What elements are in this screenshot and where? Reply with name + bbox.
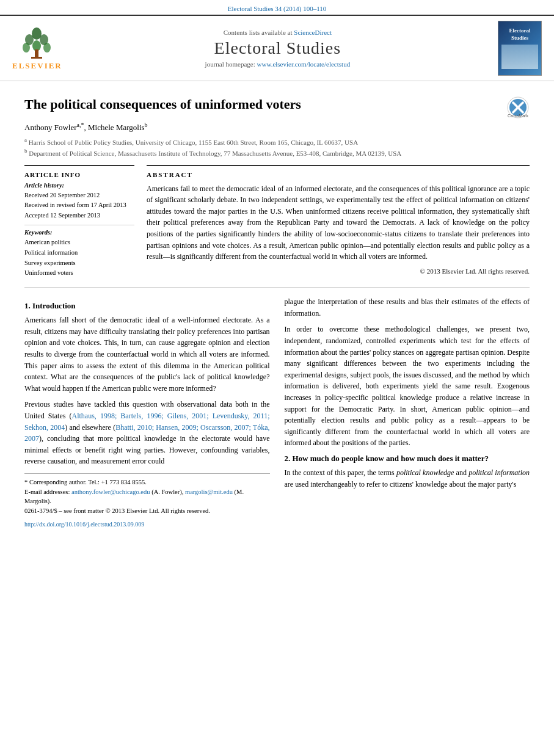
abstract-text: Americans fail to meet the democratic id… — [147, 183, 530, 263]
history-label: Article history: — [24, 182, 134, 189]
footnote-copyright: 0261-3794/$ – see front matter © 2013 El… — [24, 506, 270, 516]
footnote-corresponding: * Corresponding author. Tel.: +1 773 834… — [24, 478, 270, 487]
journal-header-center: Contents lists available at ScienceDirec… — [62, 29, 493, 68]
keyword-3: Survey experiments — [24, 258, 134, 269]
elsevier-tree-icon — [20, 26, 54, 60]
accepted-date: Accepted 12 September 2013 — [24, 211, 134, 221]
doi-link[interactable]: http://dx.doi.org/10.1016/j.electstud.20… — [24, 521, 144, 528]
email-margolis-link[interactable]: margolis@mit.edu — [185, 489, 233, 495]
svg-point-6 — [43, 43, 51, 53]
footnote-doi: http://dx.doi.org/10.1016/j.electstud.20… — [24, 520, 270, 529]
journal-cover-image: ElectoralStudies — [493, 21, 542, 76]
keywords-label: Keywords: — [24, 229, 134, 236]
section1-title: 1. Introduction — [24, 301, 270, 311]
elsevier-logo: ELSEVIER — [12, 26, 62, 71]
body-col-right: plague the interpretation of these resul… — [285, 296, 530, 529]
crossmark-badge: CrossMark — [506, 96, 530, 122]
body-col-left: 1. Introduction Americans fall short of … — [24, 296, 270, 529]
svg-text:CrossMark: CrossMark — [508, 114, 528, 118]
keyword-1: American politics — [24, 238, 134, 248]
svg-rect-8 — [31, 57, 42, 59]
article-info-heading: Article info — [24, 171, 134, 178]
body-intro-para2: Previous studies have tackled this quest… — [24, 399, 270, 467]
paper-title: The political consequences of uninformed… — [24, 96, 301, 114]
section2-title: 2. How much do people know and how much … — [285, 454, 530, 463]
body-col2-para3: In the context of this paper, the terms … — [285, 467, 530, 490]
body-col2-para1: plague the interpretation of these resul… — [285, 296, 530, 319]
info-abstract-section: Article info Article history: Received 2… — [24, 165, 530, 279]
sciencedirect-link[interactable]: ScienceDirect — [294, 29, 332, 36]
body-columns: 1. Introduction Americans fall short of … — [24, 296, 530, 529]
affiliation-b: b Department of Political Science, Massa… — [24, 147, 530, 158]
sciencedirect-link-text: Contents lists available at ScienceDirec… — [62, 29, 493, 36]
journal-header: ELSEVIER Contents lists available at Sci… — [0, 15, 554, 81]
keyword-2: Political information — [24, 248, 134, 258]
email-fowler-link[interactable]: anthony.fowler@uchicago.edu — [71, 489, 150, 495]
info-divider — [24, 225, 134, 225]
journal-cover-box: ElectoralStudies — [498, 21, 542, 76]
footnotes: * Corresponding author. Tel.: +1 773 834… — [24, 473, 270, 529]
received-date: Received 20 September 2012 — [24, 191, 134, 201]
abstract-heading: Abstract — [147, 171, 530, 178]
journal-homepage: journal homepage: www.elsevier.com/locat… — [62, 60, 493, 68]
affiliations: a Harris School of Public Policy Studies… — [24, 136, 530, 158]
svg-point-4 — [23, 43, 30, 53]
journal-title: Electoral Studies — [62, 38, 493, 58]
body-col2-para2: In order to overcome these methodologica… — [285, 324, 530, 449]
body-intro-para1: Americans fall short of the democratic i… — [24, 314, 270, 394]
article-info: Article info Article history: Received 2… — [24, 165, 134, 279]
homepage-url[interactable]: www.elsevier.com/locate/electstud — [257, 60, 351, 68]
section-divider — [24, 287, 530, 288]
paper-title-row: The political consequences of uninformed… — [24, 91, 530, 122]
copyright-notice: © 2013 Elsevier Ltd. All rights reserved… — [147, 267, 530, 275]
keyword-4: Uninformed voters — [24, 268, 134, 278]
authors-line: Anthony Fowlera,*, Michele Margolisb — [24, 122, 530, 133]
abstract-section: Abstract Americans fail to meet the demo… — [147, 165, 530, 279]
footnote-email: E-mail addresses: anthony.fowler@uchicag… — [24, 487, 270, 507]
affiliation-a: a Harris School of Public Policy Studies… — [24, 136, 530, 147]
revised-date: Received in revised form 17 April 2013 — [24, 200, 134, 211]
journal-citation: Electoral Studies 34 (2014) 100–110 — [0, 0, 554, 15]
crossmark-icon: CrossMark — [506, 96, 530, 119]
main-content: The political consequences of uninformed… — [0, 81, 554, 541]
elsevier-brand-text: ELSEVIER — [12, 61, 62, 71]
svg-rect-7 — [35, 49, 38, 57]
